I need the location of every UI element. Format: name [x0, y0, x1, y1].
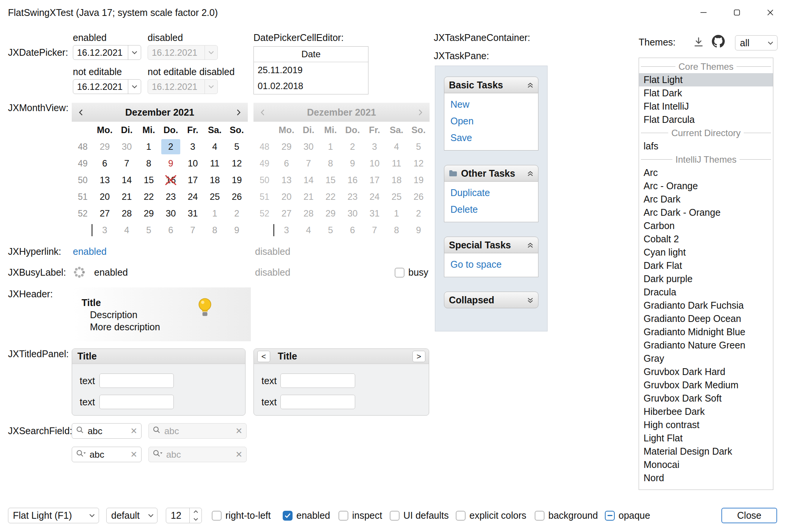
titled-panel-next-button[interactable]: >: [412, 351, 425, 362]
font-size-spinner[interactable]: 12: [166, 508, 202, 523]
expand-icon[interactable]: [527, 295, 534, 306]
theme-item[interactable]: Gruvbox Dark Medium: [639, 378, 773, 392]
day-cell[interactable]: 30: [117, 139, 136, 154]
day-cell[interactable]: 6: [95, 156, 114, 171]
theme-item[interactable]: Gruvbox Dark Hard: [639, 365, 773, 378]
search-field[interactable]: abc✕: [72, 423, 142, 439]
checkbox-inspect[interactable]: inspect: [338, 508, 382, 523]
theme-item[interactable]: Cobalt 2: [639, 232, 773, 246]
theme-item[interactable]: High contrast: [639, 418, 773, 432]
day-cell[interactable]: 31: [183, 206, 202, 221]
day-cell[interactable]: 30: [161, 206, 180, 221]
checkbox-box[interactable]: [395, 268, 405, 278]
next-month-button[interactable]: [230, 103, 248, 122]
theme-item[interactable]: lafs: [639, 140, 773, 153]
titled-panel-prev-button[interactable]: <: [257, 351, 270, 362]
theme-item[interactable]: Arc - Orange: [639, 179, 773, 193]
theme-item[interactable]: Arc Dark - Orange: [639, 206, 773, 219]
table-row[interactable]: 25.11.2019: [254, 62, 368, 78]
text-input[interactable]: [280, 373, 355, 388]
theme-item[interactable]: Material Design Dark: [639, 445, 773, 458]
checkbox-box[interactable]: [212, 511, 222, 521]
day-cell[interactable]: 13: [95, 173, 114, 188]
text-input[interactable]: [280, 395, 355, 409]
font-family-combo[interactable]: default: [106, 508, 157, 523]
task-link[interactable]: Delete: [450, 204, 532, 215]
theme-item[interactable]: Gray: [639, 352, 773, 365]
day-cell[interactable]: 15: [139, 173, 158, 188]
day-cell[interactable]: 12: [227, 156, 246, 171]
checkbox-enabled[interactable]: enabled: [283, 508, 330, 523]
theme-item[interactable]: Gradianto Dark Fuchsia: [639, 299, 773, 312]
day-cell[interactable]: 14: [117, 173, 136, 188]
taskpane-title[interactable]: Other Tasks: [444, 165, 538, 182]
task-link[interactable]: New: [450, 99, 532, 110]
theme-item[interactable]: Flat Darcula: [639, 113, 773, 126]
day-cell[interactable]: 2: [227, 206, 246, 221]
theme-item[interactable]: Flat Light: [639, 73, 773, 86]
checkbox-busy[interactable]: busy: [395, 265, 428, 280]
taskpane-title[interactable]: Basic Tasks: [444, 77, 538, 93]
checkbox-box[interactable]: [283, 511, 293, 521]
theme-item[interactable]: Dark purple: [639, 272, 773, 286]
day-cell[interactable]: 26: [227, 189, 246, 204]
theme-filter-combo[interactable]: all: [735, 35, 778, 50]
day-cell[interactable]: 7: [117, 156, 136, 171]
day-cell[interactable]: 9: [227, 223, 246, 238]
day-cell[interactable]: 22: [139, 189, 158, 204]
day-cell[interactable]: 3: [95, 223, 114, 238]
day-cell[interactable]: 11: [205, 156, 224, 171]
checkbox-box[interactable]: [605, 511, 615, 521]
checkbox-background[interactable]: background: [535, 508, 598, 523]
theme-item[interactable]: Carbon: [639, 219, 773, 232]
datepicker-field[interactable]: 16.12.2021: [73, 45, 141, 60]
collapse-icon[interactable]: [527, 240, 534, 251]
taskpane-title[interactable]: Collapsed: [444, 292, 538, 308]
day-cell[interactable]: 6: [161, 223, 180, 238]
task-link[interactable]: Duplicate: [450, 187, 532, 198]
day-cell[interactable]: 29: [139, 206, 158, 221]
clear-icon[interactable]: ✕: [131, 426, 137, 436]
lookandfeel-combo[interactable]: Flat Light (F1): [8, 508, 99, 523]
day-cell[interactable]: 1: [139, 139, 158, 154]
task-link[interactable]: Go to space: [450, 259, 532, 270]
day-cell[interactable]: 16: [161, 173, 180, 188]
text-input[interactable]: [99, 373, 174, 388]
day-cell[interactable]: 8: [205, 223, 224, 238]
minimize-button[interactable]: [687, 0, 720, 25]
search-value[interactable]: abc: [88, 426, 127, 436]
day-cell[interactable]: 18: [205, 173, 224, 188]
checkbox-box[interactable]: [338, 511, 348, 521]
theme-item[interactable]: Light Flat: [639, 432, 773, 445]
collapse-icon[interactable]: [527, 168, 534, 179]
search-value[interactable]: abc: [90, 449, 127, 460]
search-field[interactable]: abc✕: [72, 447, 142, 462]
checkbox-explicit-colors[interactable]: explicit colors: [456, 508, 526, 523]
github-icon[interactable]: [712, 35, 725, 50]
maximize-button[interactable]: [720, 0, 754, 25]
theme-item[interactable]: Flat IntelliJ: [639, 100, 773, 113]
collapse-icon[interactable]: [527, 80, 534, 91]
day-cell[interactable]: 1: [205, 206, 224, 221]
checkbox-box[interactable]: [535, 511, 545, 521]
datepicker-field[interactable]: 16.12.2021: [73, 79, 141, 94]
checkbox-box[interactable]: [456, 511, 466, 521]
day-cell[interactable]: 28: [117, 206, 136, 221]
theme-item[interactable]: Gradianto Nature Green: [639, 339, 773, 352]
theme-item[interactable]: Dark Flat: [639, 259, 773, 272]
day-cell[interactable]: 23: [161, 189, 180, 204]
day-cell[interactable]: 3: [183, 139, 202, 154]
theme-item[interactable]: Arc Dark: [639, 193, 773, 206]
checkbox-opaque[interactable]: opaque: [605, 508, 650, 523]
task-link[interactable]: Save: [450, 132, 532, 143]
day-cell[interactable]: 10: [183, 156, 202, 171]
day-cell[interactable]: 25: [205, 189, 224, 204]
theme-item[interactable]: Nord: [639, 471, 773, 485]
day-cell[interactable]: 5: [227, 139, 246, 154]
datepicker-dropdown-button[interactable]: [128, 46, 141, 60]
task-link[interactable]: Open: [450, 115, 532, 127]
theme-item[interactable]: Cyan light: [639, 246, 773, 259]
theme-item[interactable]: Dracula: [639, 286, 773, 299]
close-button[interactable]: [754, 0, 787, 25]
hyperlink-enabled[interactable]: enabled: [73, 246, 107, 257]
